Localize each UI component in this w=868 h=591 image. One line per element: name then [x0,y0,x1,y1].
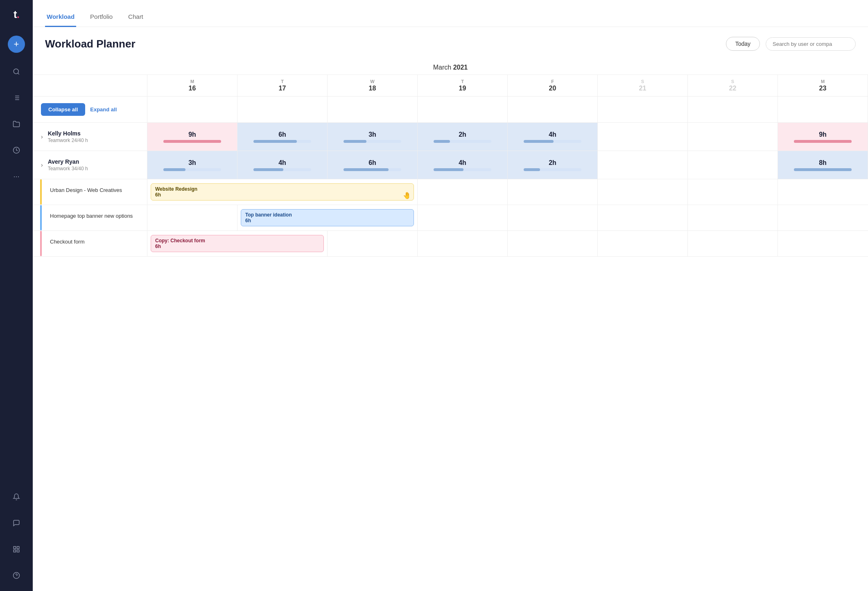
task-urban-day8 [778,179,868,205]
timer-icon[interactable] [9,143,24,158]
kelly-hours-5: 4h [549,131,556,138]
day-header-mon23: M 23 [778,75,868,97]
task-homepage-day1 [147,205,237,231]
day-header-mon16: M 16 [147,75,237,97]
bell-icon[interactable] [9,489,24,504]
day-header-sat21: S 21 [598,75,688,97]
avery-hours-4: 4h [459,159,466,167]
calendar-grid: M 16 T 17 W 18 T 19 F 20 S 21 [33,74,868,257]
avery-day-3: 6h [328,151,418,179]
task-homepage-day5 [508,205,598,231]
apps-icon[interactable] [9,542,24,557]
task-urban-day5 [508,179,598,205]
controls-day-4 [418,97,508,123]
task-checkout-day6 [598,231,688,257]
controls-day-6 [598,97,688,123]
avery-hours-5: 2h [549,159,556,167]
logo-dot: . [17,8,19,20]
header-spacer [33,75,147,97]
add-button[interactable]: + [8,36,25,53]
today-button[interactable]: Today [726,37,760,51]
kelly-day-2: 6h [237,123,328,151]
controls-day-8 [778,97,868,123]
avery-bar-4 [434,168,491,171]
kelly-bar-5 [524,140,581,143]
avery-bar-8 [794,168,852,171]
main-content: Workload Portfolio Chart Workload Planne… [33,0,868,591]
kelly-hours-3: 3h [368,131,376,138]
avery-bar-1 [163,168,221,171]
search-icon[interactable] [9,64,24,79]
task-color-bar-homepage [40,205,42,230]
person-kelly: › Kelly Holms Teamwork 24/40 h [33,123,147,151]
tab-chart[interactable]: Chart [127,8,145,27]
tabs-bar: Workload Portfolio Chart [33,0,868,27]
list-icon[interactable] [9,90,24,105]
app-logo: t. [14,8,19,21]
kelly-hours-4: 2h [459,131,466,138]
month-label: March 2021 [33,57,868,74]
controls-day-2 [237,97,328,123]
task-checkout-label: Checkout form [33,231,147,257]
controls-cell: Collapse all Expand all [33,97,147,123]
kelly-day-6 [598,123,688,151]
drag-cursor-icon: 🤚 [403,192,411,199]
more-icon[interactable]: ··· [9,169,24,184]
task-homepage-name: Homepage top banner new options [45,212,133,220]
avery-day-4: 4h [418,151,508,179]
day-header-fri20: F 20 [508,75,598,97]
avery-hours-2: 4h [278,159,286,167]
sidebar: t. + ··· [0,0,33,591]
header-actions: Today [726,37,856,51]
kelly-bar-4 [434,140,491,143]
collapse-all-button[interactable]: Collapse all [41,103,85,116]
page-header: Workload Planner Today [33,27,868,57]
task-homepage-span: Top banner ideation 6h [237,205,418,231]
page-title: Workload Planner [45,38,136,50]
task-checkout-form-block[interactable]: Copy: Checkout form 6h [151,235,324,252]
task-urban-design-label: Urban Design - Web Creatives [33,179,147,205]
avery-day-8: 8h [778,151,868,179]
kelly-day-7 [688,123,778,151]
avery-day-2: 4h [237,151,328,179]
kelly-bar-8 [794,140,852,143]
avery-bar-2 [253,168,311,171]
task-top-banner-hours: 6h [245,218,409,223]
expand-all-button[interactable]: Expand all [90,106,117,113]
task-homepage-day8 [778,205,868,231]
svg-point-0 [14,69,18,74]
svg-rect-10 [17,550,19,552]
tab-portfolio[interactable]: Portfolio [88,8,114,27]
kelly-day-3: 3h [328,123,418,151]
task-website-redesign-block[interactable]: Website Redesign 6h 🤚 [151,183,414,201]
tab-workload[interactable]: Workload [45,8,76,27]
chat-icon[interactable] [9,516,24,530]
kelly-hours-1: 9h [188,131,196,138]
kelly-info: Kelly Holms Teamwork 24/40 h [48,130,88,143]
folder-icon[interactable] [9,117,24,131]
kelly-hours-8: 9h [819,131,827,138]
calendar-section: March 2021 M 16 T 17 W 18 T 19 F [33,57,868,591]
task-urban-day6 [598,179,688,205]
kelly-hours-2: 6h [278,131,286,138]
task-checkout-day5 [508,231,598,257]
search-input[interactable] [766,37,856,51]
task-checkout-day7 [688,231,778,257]
avery-day-7 [688,151,778,179]
task-checkout-form-hours: 6h [155,244,319,249]
day-header-wed18: W 18 [328,75,418,97]
kelly-expand-chevron[interactable]: › [41,133,43,140]
task-urban-design-name: Urban Design - Web Creatives [45,187,122,194]
task-website-redesign-hours: 6h [155,192,409,198]
avery-info: Avery Ryan Teamwork 34/40 h [48,158,88,171]
task-homepage-label: Homepage top banner new options [33,205,147,231]
kelly-name: Kelly Holms [48,130,88,137]
kelly-day-5: 4h [508,123,598,151]
kelly-bar-3 [344,140,401,143]
person-avery: › Avery Ryan Teamwork 34/40 h [33,151,147,179]
controls-day-7 [688,97,778,123]
avery-bar-3 [344,168,401,171]
task-top-banner-block[interactable]: Top banner ideation 6h [241,209,414,226]
help-icon[interactable] [9,568,24,583]
avery-expand-chevron[interactable]: › [41,162,43,168]
